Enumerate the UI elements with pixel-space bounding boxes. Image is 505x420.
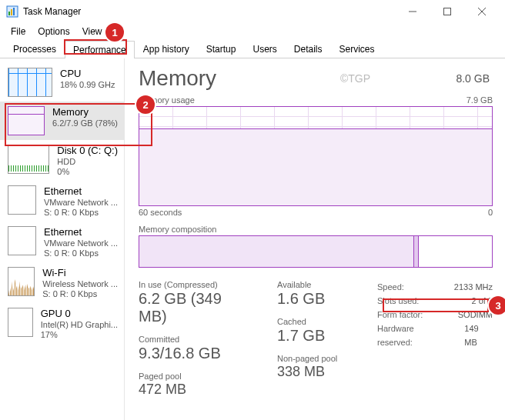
watermark: ©TGP	[340, 72, 370, 85]
hw-speed-key: Speed:	[377, 280, 404, 294]
sidebar-item-disk-0[interactable]: Disk 0 (C: Q:) HDD 0%	[0, 140, 124, 181]
close-button[interactable]	[464, 0, 499, 23]
sidebar-item-sub2: S: 0 R: 0 Kbps	[44, 248, 118, 258]
hw-speed-value: 2133 MHz	[454, 280, 493, 294]
stat-nonpaged-label: Non-paged pool	[277, 354, 354, 363]
sidebar-item-sub: Wireless Network ...	[42, 279, 118, 288]
memory-detail-pane: Memory 8.0 GB ©TGP Memory usage 7.9 GB 6…	[125, 58, 505, 420]
title-bar: Task Manager	[0, 0, 505, 23]
sidebar-item-label: Disk 0 (C: Q:)	[57, 145, 118, 156]
close-icon	[478, 8, 486, 15]
sidebar-item-sub: HDD	[57, 157, 118, 166]
memory-usage-chart	[139, 106, 493, 206]
window-title: Task Manager	[23, 6, 81, 17]
performance-sidebar: CPU 18% 0.99 GHz Memory 6.2/7.9 GB (78%)…	[0, 58, 125, 420]
sidebar-item-label: Ethernet	[44, 185, 118, 197]
minimize-button[interactable]	[395, 0, 430, 23]
sidebar-item-label: Ethernet	[44, 226, 118, 238]
stat-paged-value: 472 MB	[139, 382, 254, 398]
ethernet-thumb-icon	[8, 185, 36, 215]
usage-axis-right: 0	[488, 208, 493, 217]
hw-slots-key: Slots used:	[377, 294, 419, 308]
tab-performance[interactable]: Performance	[65, 41, 135, 58]
sidebar-item-memory[interactable]: Memory 6.2/7.9 GB (78%)	[0, 102, 124, 140]
stat-committed-value: 9.3/16.8 GB	[139, 345, 254, 362]
sidebar-item-label: CPU	[60, 68, 118, 79]
stat-committed-label: Committed	[139, 335, 254, 344]
menu-file[interactable]: File	[5, 25, 32, 38]
stat-paged-label: Paged pool	[139, 372, 254, 381]
hw-form-key: Form factor:	[377, 308, 423, 322]
menu-bar: File Options View	[0, 23, 505, 40]
sidebar-item-label: Wi-Fi	[42, 267, 118, 278]
annotation-callout-2: 2	[136, 95, 155, 114]
stat-in-use-value: 6.2 GB (349 MB)	[139, 290, 254, 325]
gpu-thumb-icon	[8, 308, 33, 337]
usage-chart-max: 7.9 GB	[467, 95, 493, 105]
maximize-button[interactable]	[430, 0, 464, 23]
annotation-callout-1: 1	[105, 23, 124, 42]
hw-reserved-key: Hardware reserved:	[377, 322, 449, 349]
sidebar-item-sub: VMware Network ...	[44, 198, 118, 207]
sidebar-item-sub: 6.2/7.9 GB (78%)	[52, 118, 118, 128]
ethernet-thumb-icon	[8, 226, 36, 255]
disk-thumb-icon	[8, 145, 49, 174]
minimize-icon	[409, 8, 416, 15]
sidebar-item-label: GPU 0	[41, 308, 118, 319]
annotation-callout-3: 3	[489, 296, 505, 315]
sidebar-item-sub2: S: 0 R: 0 Kbps	[42, 289, 118, 298]
svg-rect-5	[443, 8, 450, 15]
app-icon	[6, 5, 18, 18]
sidebar-item-sub2: 17%	[41, 330, 118, 339]
menu-view[interactable]: View	[76, 25, 109, 38]
stat-cached-value: 1.7 GB	[277, 327, 354, 345]
cpu-thumb-icon	[8, 68, 52, 97]
tab-services[interactable]: Services	[331, 40, 383, 58]
sidebar-item-sub2: 0%	[57, 167, 118, 176]
sidebar-item-label: Memory	[52, 106, 118, 118]
tab-startup[interactable]: Startup	[198, 40, 245, 58]
sidebar-item-ethernet-1[interactable]: Ethernet VMware Network ... S: 0 R: 0 Kb…	[0, 181, 124, 222]
page-title: Memory	[139, 66, 493, 91]
tab-bar: Processes Performance App history Startu…	[0, 40, 505, 58]
maximize-icon	[443, 8, 451, 15]
svg-rect-3	[13, 8, 15, 15]
memory-composition-chart	[139, 235, 493, 268]
tab-details[interactable]: Details	[286, 40, 331, 58]
stat-cached-label: Cached	[277, 317, 354, 326]
stat-nonpaged-value: 338 MB	[277, 364, 354, 380]
stat-available-label: Available	[277, 280, 354, 289]
sidebar-item-gpu-0[interactable]: GPU 0 Intel(R) HD Graphi... 17%	[0, 303, 124, 344]
hw-form-value: SODIMM	[458, 308, 493, 322]
sidebar-item-sub2: S: 0 R: 0 Kbps	[44, 208, 118, 217]
sidebar-item-sub: 18% 0.99 GHz	[60, 80, 118, 89]
tab-processes[interactable]: Processes	[5, 40, 65, 58]
stat-available-value: 1.6 GB	[277, 290, 354, 308]
hw-reserved-value: 149 MB	[464, 322, 493, 349]
tab-users[interactable]: Users	[244, 40, 285, 58]
sidebar-item-wifi[interactable]: Wi-Fi Wireless Network ... S: 0 R: 0 Kbp…	[0, 262, 124, 303]
menu-options[interactable]: Options	[32, 25, 75, 38]
svg-rect-1	[8, 12, 10, 15]
sidebar-item-ethernet-2[interactable]: Ethernet VMware Network ... S: 0 R: 0 Kb…	[0, 222, 124, 262]
sidebar-item-sub: VMware Network ...	[44, 238, 118, 248]
usage-axis-left: 60 seconds	[139, 208, 182, 217]
total-ram: 8.0 GB	[456, 72, 490, 85]
wifi-thumb-icon	[8, 267, 35, 296]
stat-in-use-label: In use (Compressed)	[139, 280, 254, 289]
tab-app-history[interactable]: App history	[135, 40, 198, 58]
sidebar-item-sub: Intel(R) HD Graphi...	[41, 320, 118, 329]
composition-label: Memory composition	[139, 225, 493, 234]
memory-thumb-icon	[8, 106, 45, 135]
svg-rect-2	[11, 9, 12, 15]
sidebar-item-cpu[interactable]: CPU 18% 0.99 GHz	[0, 63, 124, 102]
